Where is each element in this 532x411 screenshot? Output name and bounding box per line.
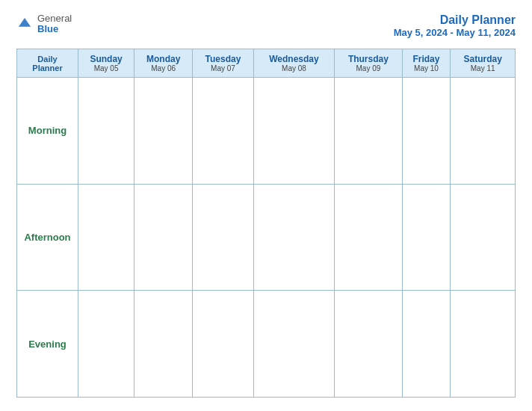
header-planner: Planner bbox=[32, 64, 62, 72]
evening-friday[interactable] bbox=[402, 291, 451, 398]
evening-sunday[interactable] bbox=[78, 291, 134, 398]
logo-blue-text: Blue bbox=[37, 24, 72, 34]
logo-area: General Blue bbox=[16, 13, 72, 35]
morning-thursday[interactable] bbox=[335, 78, 402, 185]
afternoon-saturday[interactable] bbox=[451, 184, 516, 291]
afternoon-wednesday[interactable] bbox=[253, 184, 334, 291]
afternoon-label: Afternoon bbox=[17, 184, 78, 291]
afternoon-tuesday[interactable] bbox=[193, 184, 254, 291]
header-monday: Monday May 06 bbox=[134, 49, 193, 78]
afternoon-monday[interactable] bbox=[134, 184, 193, 291]
generalblue-icon bbox=[16, 16, 33, 32]
morning-row: Morning bbox=[17, 78, 516, 185]
planner-table: Daily Planner Sunday May 05 Monday May 0… bbox=[16, 49, 516, 398]
afternoon-thursday[interactable] bbox=[335, 184, 402, 291]
evening-wednesday[interactable] bbox=[253, 291, 334, 398]
evening-monday[interactable] bbox=[134, 291, 193, 398]
header-tuesday: Tuesday May 07 bbox=[193, 49, 254, 78]
afternoon-row: Afternoon bbox=[17, 184, 516, 291]
evening-tuesday[interactable] bbox=[193, 291, 254, 398]
evening-thursday[interactable] bbox=[335, 291, 402, 398]
header-sunday: Sunday May 05 bbox=[78, 49, 134, 78]
morning-tuesday[interactable] bbox=[193, 78, 254, 185]
afternoon-sunday[interactable] bbox=[78, 184, 134, 291]
planner-dates: May 5, 2024 - May 11, 2024 bbox=[394, 27, 516, 38]
morning-friday[interactable] bbox=[402, 78, 451, 185]
header-daily: Daily bbox=[37, 55, 57, 64]
header-friday: Friday May 10 bbox=[402, 49, 451, 78]
header-wednesday: Wednesday May 08 bbox=[253, 49, 334, 78]
planner-title: Daily Planner bbox=[394, 13, 516, 27]
svg-marker-0 bbox=[19, 18, 31, 27]
logo-general-text: General bbox=[37, 13, 72, 24]
table-header-row: Daily Planner Sunday May 05 Monday May 0… bbox=[17, 49, 516, 78]
header-saturday: Saturday May 11 bbox=[451, 49, 516, 78]
evening-label: Evening bbox=[17, 291, 78, 398]
morning-wednesday[interactable] bbox=[253, 78, 334, 185]
morning-monday[interactable] bbox=[134, 78, 193, 185]
evening-saturday[interactable] bbox=[451, 291, 516, 398]
header-first-col: Daily Planner bbox=[17, 49, 78, 78]
page-header: General Blue Daily Planner May 5, 2024 -… bbox=[16, 13, 516, 38]
morning-sunday[interactable] bbox=[78, 78, 134, 185]
morning-label: Morning bbox=[17, 78, 78, 185]
afternoon-friday[interactable] bbox=[402, 184, 451, 291]
evening-row: Evening bbox=[17, 291, 516, 398]
header-thursday: Thursday May 09 bbox=[335, 49, 402, 78]
morning-saturday[interactable] bbox=[451, 78, 516, 185]
title-area: Daily Planner May 5, 2024 - May 11, 2024 bbox=[394, 13, 516, 38]
